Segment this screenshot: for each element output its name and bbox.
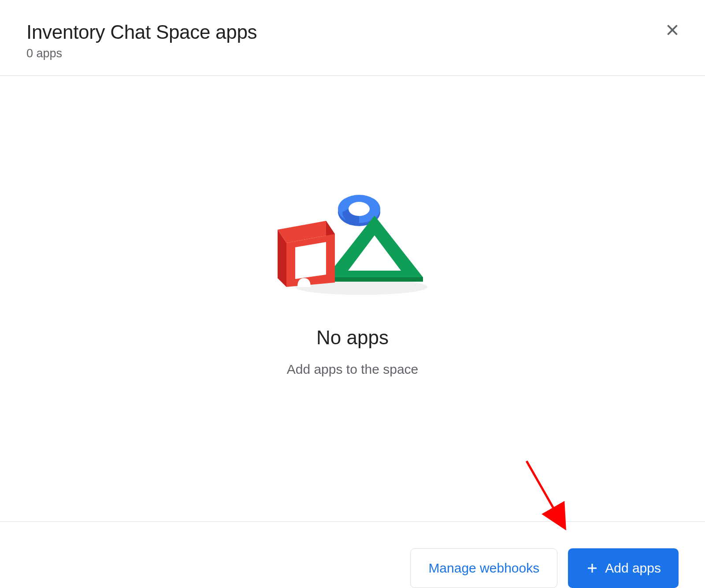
empty-state-title: No apps <box>316 327 389 349</box>
svg-marker-9 <box>326 277 423 282</box>
dialog-footer: Manage webhooks Add apps <box>0 522 705 588</box>
svg-marker-14 <box>295 242 326 279</box>
manage-webhooks-button[interactable]: Manage webhooks <box>410 548 557 588</box>
empty-state-subtitle: Add apps to the space <box>287 362 419 377</box>
close-icon <box>664 22 680 38</box>
manage-webhooks-label: Manage webhooks <box>428 561 539 576</box>
dialog-content: No apps Add apps to the space <box>0 76 705 522</box>
plus-icon <box>586 562 599 575</box>
add-apps-button[interactable]: Add apps <box>568 548 679 588</box>
svg-point-5 <box>349 202 370 216</box>
empty-state-illustration <box>269 186 436 300</box>
add-apps-label: Add apps <box>605 561 661 576</box>
close-button[interactable] <box>660 18 685 42</box>
dialog-header: Inventory Chat Space apps 0 apps <box>0 0 705 76</box>
space-apps-dialog: Inventory Chat Space apps 0 apps <box>0 0 705 588</box>
dialog-subtitle: 0 apps <box>26 47 679 60</box>
dialog-title: Inventory Chat Space apps <box>26 21 679 43</box>
